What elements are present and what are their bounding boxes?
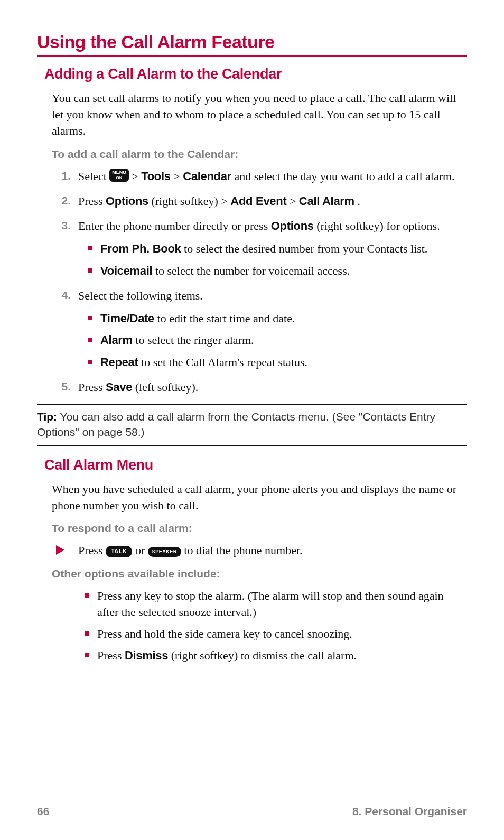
- menu-ok-key-icon: MENUOK: [109, 169, 129, 182]
- procedure-lead: To add a call alarm to the Calendar:: [52, 148, 467, 161]
- tip-label: Tip:: [37, 410, 57, 423]
- step-text: >: [290, 194, 299, 208]
- step-text: Select: [78, 170, 109, 183]
- step-text: (left softkey).: [135, 380, 199, 394]
- tip-box: Tip: You can also add a call alarm from …: [37, 404, 467, 446]
- option-label: Alarm: [100, 333, 133, 347]
- softkey-save: Save: [106, 380, 132, 394]
- step-text: >: [173, 170, 183, 183]
- arrow-text: Press: [78, 544, 106, 557]
- nav-calendar: Calendar: [183, 170, 231, 183]
- step-text: and select the day you want to add a cal…: [234, 170, 454, 183]
- step-number: 3.: [52, 218, 71, 234]
- step-text: Select the following items.: [78, 289, 203, 302]
- page-footer: 66 8. Personal Organiser: [37, 805, 467, 818]
- section2-intro: When you have scheduled a call alarm, yo…: [52, 481, 467, 514]
- step-number: 5.: [52, 379, 71, 395]
- option-label: From Ph. Book: [100, 242, 181, 255]
- option-label: Time/Date: [100, 312, 154, 325]
- step-2: 2. Press Options (right softkey) > Add E…: [52, 193, 467, 209]
- step-number: 4.: [52, 287, 71, 303]
- speaker-key-icon: SPEAKER: [148, 547, 181, 557]
- option-dismiss: Press Dismiss (right softkey) to dismiss…: [82, 647, 467, 664]
- chapter-label: 8. Personal Organiser: [352, 805, 467, 818]
- intro-paragraph: You can set call alarms to notify you wh…: [52, 90, 467, 139]
- talk-key-icon: TALK: [106, 546, 133, 557]
- step-text: Enter the phone number directly or press: [78, 219, 271, 232]
- step-text: (right softkey) for options.: [316, 219, 440, 232]
- page-number: 66: [37, 805, 49, 818]
- step-4-sublist: Time/Date to edit the start time and dat…: [86, 310, 467, 370]
- step-number: 1.: [52, 168, 71, 184]
- step-3-sublist: From Ph. Book to select the desired numb…: [86, 240, 467, 278]
- page-title: Using the Call Alarm Feature: [37, 32, 467, 52]
- softkey-options: Options: [106, 194, 148, 208]
- sub-repeat: Repeat to set the Call Alarm's repeat st…: [86, 354, 467, 370]
- option-desc: to select the number for voicemail acces…: [155, 264, 350, 277]
- softkey-dismiss: Dismiss: [125, 649, 168, 662]
- section-heading-menu: Call Alarm Menu: [44, 457, 467, 473]
- step-text: .: [357, 194, 360, 208]
- arrow-text: to dial the phone number.: [184, 544, 302, 557]
- nav-tools: Tools: [141, 170, 171, 183]
- section-heading-adding: Adding a Call Alarm to the Calendar: [44, 66, 467, 82]
- option-text: (right softkey) to dismiss the call alar…: [171, 649, 357, 662]
- step-4: 4. Select the following items. Time/Date…: [52, 287, 467, 370]
- manual-page: Using the Call Alarm Feature Adding a Ca…: [0, 0, 504, 840]
- step-text: (right softkey) >: [151, 194, 230, 208]
- option-text: Press: [97, 649, 125, 662]
- procedure-steps: 1. Select MENUOK > Tools > Calendar and …: [52, 168, 467, 395]
- option-desc: to edit the start time and date.: [157, 312, 295, 325]
- step-number: 2.: [52, 193, 71, 209]
- sub-from-ph-book: From Ph. Book to select the desired numb…: [86, 240, 467, 257]
- arrow-step: Press TALK or SPEAKER to dial the phone …: [52, 542, 467, 558]
- step-3: 3. Enter the phone number directly or pr…: [52, 218, 467, 279]
- option-desc: to select the ringer alarm.: [135, 333, 254, 347]
- respond-lead: To respond to a call alarm:: [52, 522, 467, 535]
- nav-call-alarm: Call Alarm: [299, 194, 354, 208]
- step-1: 1. Select MENUOK > Tools > Calendar and …: [52, 168, 467, 184]
- step-text: Press: [78, 380, 106, 394]
- option-cancel-snooze: Press and hold the side camera key to ca…: [82, 626, 467, 642]
- other-options-lead: Other options available include:: [52, 567, 467, 580]
- option-label: Repeat: [100, 356, 138, 369]
- step-text: >: [132, 170, 141, 183]
- other-options-list: Press any key to stop the alarm. (The al…: [82, 587, 467, 664]
- sub-time-date: Time/Date to edit the start time and dat…: [86, 310, 467, 326]
- tip-text: You can also add a call alarm from the C…: [37, 410, 435, 438]
- option-text: Press any key to stop the alarm. (The al…: [97, 589, 444, 619]
- option-desc: to set the Call Alarm's repeat status.: [141, 356, 307, 369]
- softkey-options: Options: [271, 219, 314, 232]
- option-stop-alarm: Press any key to stop the alarm. (The al…: [82, 587, 467, 620]
- title-rule: [37, 55, 467, 57]
- nav-add-event: Add Event: [230, 194, 286, 208]
- option-text: Press and hold the side camera key to ca…: [97, 627, 352, 640]
- step-5: 5. Press Save (left softkey).: [52, 379, 467, 395]
- sub-alarm: Alarm to select the ringer alarm.: [86, 332, 467, 348]
- arrow-text: or: [135, 544, 148, 557]
- option-label: Voicemail: [100, 264, 152, 277]
- option-desc: to select the desired number from your C…: [184, 242, 427, 255]
- step-text: Press: [78, 194, 106, 208]
- sub-voicemail: Voicemail to select the number for voice…: [86, 263, 467, 279]
